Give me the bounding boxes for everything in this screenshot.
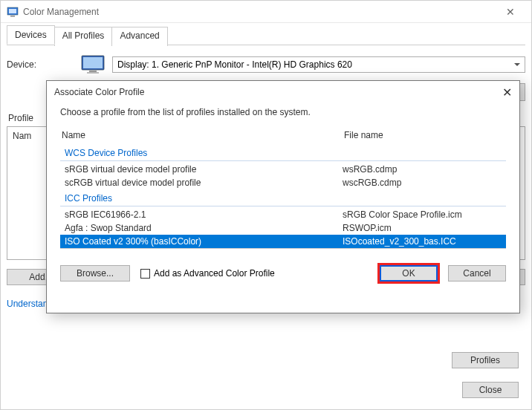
column-header-name[interactable]: Name	[62, 130, 344, 140]
svg-rect-5	[89, 71, 97, 72]
monitor-icon	[81, 55, 105, 74]
svg-rect-1	[9, 9, 16, 13]
tab-all-profiles[interactable]: All Profiles	[54, 27, 113, 46]
svg-rect-2	[10, 16, 15, 17]
svg-rect-6	[87, 72, 99, 74]
svg-rect-4	[83, 57, 103, 68]
list-item[interactable]: Agfa : Swop Standard RSWOP.icm	[60, 221, 506, 235]
ok-button[interactable]: OK	[380, 265, 438, 282]
window-close-button[interactable]: ✕	[496, 6, 525, 18]
dialog-titlebar: Associate Color Profile ✕	[47, 81, 519, 103]
profiles-button[interactable]: Profiles	[452, 352, 519, 368]
device-select-value: Display: 1. Generic PnP Monitor - Intel(…	[117, 59, 352, 70]
dialog-instruction: Choose a profile from the list of profil…	[60, 107, 506, 117]
dialog-title: Associate Color Profile	[54, 87, 490, 97]
list-item[interactable]: scRGB virtual device model profile wscRG…	[60, 176, 506, 189]
profile-list[interactable]: Name File name WCS Device Profiles sRGB …	[60, 126, 506, 249]
tab-devices[interactable]: Devices	[7, 25, 55, 45]
group-wcs: WCS Device Profiles	[60, 146, 506, 161]
list-item[interactable]: sRGB virtual device model profile wsRGB.…	[60, 163, 506, 176]
dialog-close-button[interactable]: ✕	[490, 85, 512, 100]
list-header-row: Name File name	[60, 126, 506, 144]
titlebar: Color Management ✕	[1, 1, 531, 23]
browse-button[interactable]: Browse...	[60, 265, 130, 282]
column-header-filename[interactable]: File name	[344, 130, 505, 140]
device-label: Device:	[7, 59, 81, 70]
device-row: Device: Display: 1. Generic PnP Monitor …	[7, 55, 525, 74]
list-item[interactable]: sRGB IEC61966-2.1 sRGB Color Space Profi…	[60, 208, 506, 221]
close-button[interactable]: Close	[462, 382, 519, 398]
cancel-button[interactable]: Cancel	[448, 265, 506, 282]
list-item-selected[interactable]: ISO Coated v2 300% (basICColor) ISOcoate…	[60, 235, 506, 248]
associate-color-profile-dialog: Associate Color Profile ✕ Choose a profi…	[46, 80, 520, 313]
window-title: Color Management	[23, 7, 496, 17]
add-advanced-checkbox-label[interactable]: Add as Advanced Color Profile	[140, 268, 275, 279]
checkbox-icon[interactable]	[140, 269, 150, 279]
tab-strip: Devices All Profiles Advanced	[7, 25, 525, 45]
group-icc: ICC Profiles	[60, 191, 506, 206]
app-icon	[7, 6, 19, 18]
tab-advanced[interactable]: Advanced	[111, 27, 167, 46]
device-select[interactable]: Display: 1. Generic PnP Monitor - Intel(…	[112, 56, 525, 73]
